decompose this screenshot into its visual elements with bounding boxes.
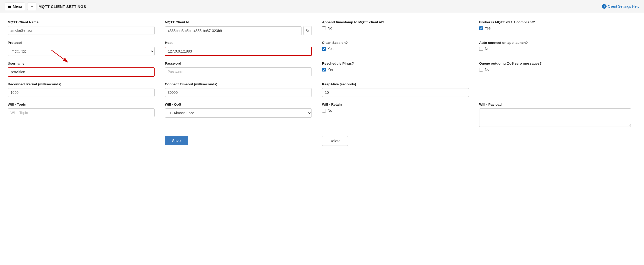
- label-username: Username: [8, 62, 155, 65]
- help-link[interactable]: i Client Settings Help: [602, 4, 639, 9]
- main-content: MQTT Client Name MQTT Client Id ↻ Append…: [0, 13, 644, 153]
- back-icon: ←: [30, 4, 34, 8]
- col-username: Username: [8, 62, 165, 82]
- group-append-timestamp: Append timestamp to MQTT client id? No: [322, 20, 474, 36]
- col-will-payload: Will - Payload: [479, 103, 636, 133]
- input-reconnect-period[interactable]: [8, 88, 155, 97]
- col-password: Password: [165, 62, 322, 82]
- input-password[interactable]: [165, 67, 312, 76]
- action-row: Save Delete: [8, 136, 636, 146]
- col-will-topic: Will - Topic: [8, 103, 165, 133]
- group-protocol: Protocol mqtt / tcp mqtt / ssl ws wss: [8, 41, 160, 62]
- input-host[interactable]: [165, 47, 312, 56]
- col-host: Host: [165, 41, 322, 62]
- label-keepalive: KeepAlive (seconds): [322, 82, 469, 86]
- row-2: Protocol mqtt / tcp mqtt / ssl ws wss Ho…: [8, 41, 636, 62]
- checkbox-reschedule-pings: Yes: [322, 67, 469, 72]
- group-auto-connect: Auto connect on app launch? No: [479, 41, 636, 56]
- row-4: Reconnect Period (milliseconds) Connect …: [8, 82, 636, 103]
- label-protocol: Protocol: [8, 41, 155, 45]
- group-will-payload: Will - Payload: [479, 103, 636, 133]
- delete-button[interactable]: Delete: [322, 136, 348, 146]
- col-will-qos: Will - QoS 0 - Almost Once 1 - At Least …: [165, 103, 322, 133]
- label-broker-compliant: Broker is MQTT v3.1.1 compliant?: [479, 20, 631, 24]
- label-will-topic: Will - Topic: [8, 103, 155, 106]
- select-will-qos[interactable]: 0 - Almost Once 1 - At Least Once 2 - Ex…: [165, 108, 312, 118]
- label-password: Password: [165, 62, 312, 65]
- checkbox-auto-connect-label: No: [485, 47, 489, 51]
- menu-icon: ☰: [8, 4, 11, 8]
- col-empty-action2: [479, 136, 636, 146]
- app-header: ☰ Menu ← MQTT CLIENT SETTINGS i Client S…: [0, 0, 644, 13]
- checkbox-broker-compliant-input[interactable]: [479, 26, 483, 30]
- info-icon: i: [602, 4, 607, 9]
- col-empty-action: [8, 136, 165, 146]
- checkbox-auto-connect-input[interactable]: [479, 47, 483, 51]
- select-protocol[interactable]: mqtt / tcp mqtt / ssl ws wss: [8, 47, 155, 56]
- help-label: Client Settings Help: [608, 4, 639, 8]
- checkbox-will-retain-input[interactable]: [322, 109, 326, 113]
- label-will-retain: Will - Retain: [322, 103, 469, 106]
- group-host: Host: [165, 41, 317, 62]
- col-reschedule-pings: Reschedule Pings? Yes: [322, 62, 479, 82]
- label-auto-connect: Auto connect on app launch?: [479, 41, 631, 45]
- group-mqtt-client-name: MQTT Client Name: [8, 20, 160, 40]
- col-client-id: MQTT Client Id ↻: [165, 20, 322, 41]
- checkbox-clean-session: Yes: [322, 47, 469, 51]
- label-reschedule-pings: Reschedule Pings?: [322, 62, 469, 65]
- back-button[interactable]: ←: [27, 3, 36, 10]
- group-reconnect-period: Reconnect Period (milliseconds): [8, 82, 160, 103]
- col-protocol: Protocol mqtt / tcp mqtt / ssl ws wss: [8, 41, 165, 62]
- label-reconnect-period: Reconnect Period (milliseconds): [8, 82, 155, 86]
- input-connect-timeout[interactable]: [165, 88, 312, 97]
- input-mqtt-client-name[interactable]: [8, 26, 155, 35]
- label-append-timestamp: Append timestamp to MQTT client id?: [322, 20, 469, 24]
- checkbox-will-retain: No: [322, 108, 469, 113]
- label-mqtt-client-name: MQTT Client Name: [8, 20, 155, 24]
- row-1: MQTT Client Name MQTT Client Id ↻ Append…: [8, 20, 636, 41]
- col-delete: Delete: [322, 136, 479, 146]
- textarea-will-payload[interactable]: [479, 108, 631, 127]
- page-title: MQTT CLIENT SETTINGS: [38, 4, 86, 9]
- group-will-retain: Will - Retain No: [322, 103, 474, 118]
- group-password: Password: [165, 62, 317, 82]
- col-append-timestamp: Append timestamp to MQTT client id? No: [322, 20, 479, 41]
- group-connect-timeout: Connect Timeout (milliseconds): [165, 82, 317, 103]
- group-keepalive: KeepAlive (seconds): [322, 82, 474, 103]
- col-queue-outgoing: Queue outgoing QoS zero messages? No: [479, 62, 636, 82]
- col-empty-keepalive: [479, 82, 636, 103]
- group-queue-outgoing: Queue outgoing QoS zero messages? No: [479, 62, 636, 77]
- checkbox-reschedule-pings-input[interactable]: [322, 68, 326, 72]
- checkbox-queue-outgoing: No: [479, 67, 631, 72]
- checkbox-queue-outgoing-input[interactable]: [479, 68, 483, 72]
- group-broker-compliant: Broker is MQTT v3.1.1 compliant? Yes: [479, 20, 636, 36]
- label-host: Host: [165, 41, 312, 45]
- group-clean-session: Clean Session? Yes: [322, 41, 474, 56]
- label-connect-timeout: Connect Timeout (milliseconds): [165, 82, 312, 86]
- label-will-qos: Will - QoS: [165, 103, 312, 106]
- group-will-topic: Will - Topic: [8, 103, 160, 123]
- header-left: ☰ Menu ← MQTT CLIENT SETTINGS: [5, 3, 86, 10]
- group-username: Username: [8, 62, 160, 82]
- input-keepalive[interactable]: [322, 88, 469, 97]
- label-queue-outgoing: Queue outgoing QoS zero messages?: [479, 62, 631, 65]
- menu-button[interactable]: ☰ Menu: [5, 3, 25, 10]
- col-connect-timeout: Connect Timeout (milliseconds): [165, 82, 322, 103]
- checkbox-append-timestamp-input[interactable]: [322, 26, 326, 30]
- input-username[interactable]: [8, 67, 155, 77]
- checkbox-broker-compliant: Yes: [479, 26, 631, 30]
- input-will-topic[interactable]: [8, 108, 155, 117]
- checkbox-will-retain-label: No: [328, 108, 332, 113]
- checkbox-clean-session-label: Yes: [328, 47, 334, 51]
- col-clean-session: Clean Session? Yes: [322, 41, 479, 62]
- row-3: Username Password: [8, 62, 636, 82]
- input-mqtt-client-id[interactable]: [165, 26, 302, 35]
- save-button[interactable]: Save: [165, 136, 188, 145]
- refresh-button[interactable]: ↻: [303, 26, 312, 35]
- group-reschedule-pings: Reschedule Pings? Yes: [322, 62, 474, 77]
- col-broker-compliant: Broker is MQTT v3.1.1 compliant? Yes: [479, 20, 636, 41]
- label-mqtt-client-id: MQTT Client Id: [165, 20, 312, 24]
- checkbox-append-timestamp-label: No: [328, 26, 332, 30]
- checkbox-broker-compliant-label: Yes: [485, 26, 491, 30]
- checkbox-clean-session-input[interactable]: [322, 47, 326, 51]
